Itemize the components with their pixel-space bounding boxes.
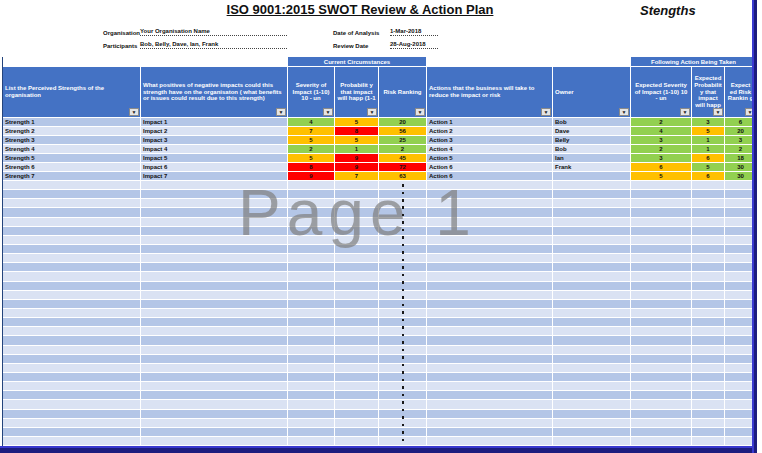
exp-severity-cell: 3 <box>631 154 691 162</box>
action-cell: Action 1 <box>427 118 552 126</box>
empty-cell <box>553 309 630 317</box>
empty-cell <box>427 282 552 290</box>
empty-cell <box>427 437 552 445</box>
empty-cell <box>141 410 287 418</box>
empty-cell <box>141 355 287 363</box>
table-row: Strength 3Impact 35525Action 3Belly313 <box>3 136 756 144</box>
exp-probability-cell: 6 <box>692 172 724 180</box>
owner-cell: Frank <box>553 163 630 171</box>
empty-cell <box>3 428 140 436</box>
empty-cell <box>692 391 724 399</box>
empty-cell <box>288 364 334 372</box>
filter-dropdown-icon[interactable]: ▼ <box>323 108 333 116</box>
exp-probability-cell: 1 <box>692 136 724 144</box>
risk-cell: 20 <box>379 118 426 126</box>
empty-cell <box>335 400 378 408</box>
empty-cell <box>692 336 724 344</box>
filter-dropdown-icon[interactable]: ▼ <box>367 108 377 116</box>
empty-cell <box>631 336 691 344</box>
risk-cell: 45 <box>379 154 426 162</box>
strength-cell: Strength 7 <box>3 172 140 180</box>
filter-dropdown-icon[interactable]: ▼ <box>276 108 286 116</box>
empty-cell <box>141 282 287 290</box>
empty-cell <box>631 364 691 372</box>
exp-severity-cell: 2 <box>631 145 691 153</box>
empty-cell <box>553 218 630 226</box>
empty-cell <box>288 291 334 299</box>
table-row <box>3 400 756 408</box>
empty-cell <box>553 227 630 235</box>
filter-dropdown-icon[interactable]: ▼ <box>415 108 425 116</box>
empty-cell <box>692 428 724 436</box>
probability-cell: 8 <box>335 127 378 135</box>
empty-cell <box>335 419 378 427</box>
column-header-label: List the Perceived Strengths of the orga… <box>5 85 138 99</box>
empty-cell <box>631 190 691 198</box>
empty-cell <box>427 373 552 381</box>
empty-cell <box>631 218 691 226</box>
action-cell: Action 6 <box>427 163 552 171</box>
severity-cell: 8 <box>288 163 334 171</box>
filter-dropdown-icon[interactable]: ▼ <box>713 108 723 116</box>
empty-cell <box>553 181 630 189</box>
empty-cell <box>288 382 334 390</box>
empty-cell <box>3 263 140 271</box>
empty-cell <box>335 336 378 344</box>
risk-cell: 56 <box>379 127 426 135</box>
empty-cell <box>692 327 724 335</box>
empty-cell <box>692 263 724 271</box>
filter-dropdown-icon[interactable]: ▼ <box>680 108 690 116</box>
filter-dropdown-icon[interactable]: ▼ <box>129 108 139 116</box>
empty-cell <box>3 291 140 299</box>
exp-severity-cell: 3 <box>631 136 691 144</box>
empty-cell <box>631 282 691 290</box>
empty-cell <box>3 227 140 235</box>
empty-cell <box>335 364 378 372</box>
empty-cell <box>141 437 287 445</box>
table-row <box>3 272 756 280</box>
table-group-header-row: Current Circumstances Following Action B… <box>3 57 756 66</box>
empty-cell <box>553 245 630 253</box>
empty-cell <box>335 346 378 354</box>
participants-label: Participants <box>103 43 140 49</box>
empty-cell <box>3 382 140 390</box>
table-row <box>3 300 756 308</box>
exp-probability-cell: 5 <box>692 127 724 135</box>
empty-cell <box>288 309 334 317</box>
probability-cell: 5 <box>335 136 378 144</box>
empty-cell <box>141 309 287 317</box>
filter-dropdown-icon[interactable]: ▼ <box>619 108 629 116</box>
column-header-label: Expected Severity of Impact (1-10) 10 - … <box>633 82 689 103</box>
meta-right-block: Date of Analysis1-Mar-2018 Review Date28… <box>333 23 438 49</box>
strength-cell: Strength 2 <box>3 127 140 135</box>
empty-cell <box>692 181 724 189</box>
empty-cell <box>335 327 378 335</box>
owner-cell: Bob <box>553 118 630 126</box>
empty-cell <box>335 254 378 262</box>
table-row <box>3 327 756 335</box>
participants-value: Bob, Belly, Dave, Ian, Frank <box>140 40 287 49</box>
probability-cell: 9 <box>335 154 378 162</box>
empty-cell <box>335 355 378 363</box>
organisation-row: OrganisationYour Organisation Name <box>103 23 287 36</box>
empty-cell <box>553 327 630 335</box>
empty-cell <box>553 428 630 436</box>
column-header-action: Actions that the business will take to r… <box>427 67 552 117</box>
empty-cell <box>692 282 724 290</box>
empty-cell <box>335 437 378 445</box>
owner-cell: Dave <box>553 127 630 135</box>
empty-cell <box>692 272 724 280</box>
filter-dropdown-icon[interactable]: ▼ <box>541 108 551 116</box>
empty-cell <box>3 364 140 372</box>
category-label: Stengths <box>640 3 696 18</box>
empty-cell <box>631 355 691 363</box>
strength-cell: Strength 5 <box>3 154 140 162</box>
probability-cell: 9 <box>335 163 378 171</box>
empty-cell <box>692 199 724 207</box>
exp-severity-cell: 5 <box>631 172 691 180</box>
empty-cell <box>141 400 287 408</box>
empty-cell <box>288 410 334 418</box>
column-header-label: What positives of negative impacts could… <box>143 82 285 103</box>
empty-cell <box>553 382 630 390</box>
column-header-probability: Probabilit y that impact will happ (1-1▼ <box>335 67 378 117</box>
